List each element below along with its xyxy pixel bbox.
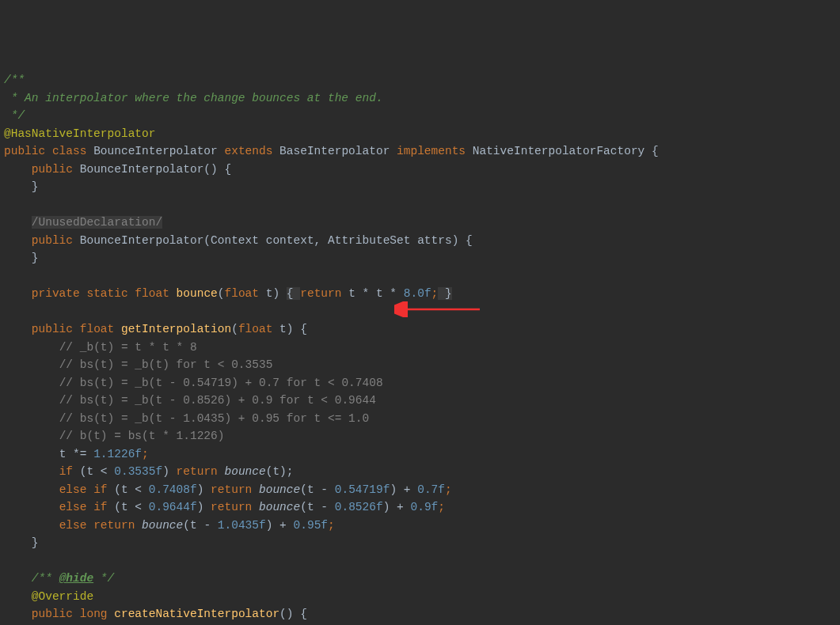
- cond: (t <: [108, 483, 149, 496]
- cond: (t <: [108, 501, 149, 513]
- param: attrs: [417, 234, 452, 247]
- super-class: BaseInterpolator: [279, 145, 390, 157]
- javadoc-line: */: [4, 109, 25, 122]
- semi: ;: [142, 448, 149, 460]
- param: t: [279, 323, 287, 335]
- javadoc-line: */: [93, 572, 114, 585]
- kw: class: [52, 145, 87, 157]
- semi: ;: [431, 287, 439, 300]
- comma: ,: [314, 234, 328, 247]
- method-name: getInterpolation: [121, 323, 231, 335]
- class-name: BounceInterpolator: [93, 145, 218, 157]
- plus: ) +: [266, 519, 294, 532]
- sig: ) {: [287, 323, 307, 335]
- annotation: @Override: [32, 590, 93, 603]
- kw: public: [32, 323, 73, 335]
- method-name: createNativeInterpolator: [114, 608, 279, 620]
- number: 0.8526f: [335, 501, 383, 513]
- kw: extends: [224, 145, 272, 157]
- kw: float: [80, 323, 115, 335]
- kw: else: [59, 483, 87, 496]
- code-fold[interactable]: }: [438, 287, 451, 300]
- call: (t);: [266, 465, 294, 478]
- ctor-sig: BounceInterpolator(Context: [80, 234, 266, 247]
- comment: // bs(t) = _b(t - 0.8526) + 0.9 for t < …: [59, 394, 376, 407]
- code-fold[interactable]: {: [287, 287, 300, 300]
- call: (t -: [300, 501, 335, 513]
- kw: static: [86, 287, 127, 300]
- kw: float: [135, 287, 169, 300]
- kw: float: [225, 287, 260, 300]
- kw: return: [300, 287, 341, 300]
- brace: }: [32, 252, 39, 264]
- number: 0.54719f: [335, 483, 390, 496]
- ctor-sig: BounceInterpolator() {: [80, 163, 231, 176]
- kw: return: [211, 501, 252, 513]
- kw: if: [59, 465, 73, 478]
- comment: // bs(t) = _b(t - 1.0435) + 0.95 for t <…: [59, 412, 370, 425]
- plus: ) +: [383, 501, 411, 513]
- method-call: bounce: [259, 483, 300, 496]
- kw: return: [211, 483, 252, 496]
- sig: (: [231, 323, 238, 335]
- number: 0.9644f: [149, 501, 197, 513]
- sig: ): [272, 287, 286, 300]
- sp: [252, 483, 259, 496]
- number: 1.1226f: [93, 448, 142, 460]
- kw: return: [177, 465, 218, 478]
- ctor-sig: ) {: [452, 234, 473, 247]
- sp: [135, 519, 142, 532]
- method-call: bounce: [259, 501, 300, 513]
- kw: if: [93, 501, 107, 513]
- comment: // _b(t) = t * t * 8: [59, 341, 197, 354]
- ctor-sig: AttributeSet: [328, 234, 417, 247]
- kw: public: [32, 163, 73, 176]
- kw: else: [59, 519, 87, 532]
- call: (t -: [183, 519, 218, 532]
- stmt: t *=: [59, 448, 94, 460]
- method-name: bounce: [177, 287, 218, 300]
- number: 0.3535f: [114, 465, 162, 478]
- cond: (t <: [73, 465, 114, 478]
- kw: public: [4, 145, 45, 157]
- expr: t * t *: [341, 287, 403, 300]
- semi: ;: [328, 519, 335, 532]
- semi: ;: [445, 483, 452, 496]
- method-call: bounce: [225, 465, 266, 478]
- kw: private: [32, 287, 80, 300]
- brace: {: [652, 145, 659, 157]
- kw: else: [59, 501, 87, 513]
- number: 8.0f: [404, 287, 431, 300]
- number: 0.7f: [417, 483, 445, 496]
- number: 0.95f: [294, 519, 329, 532]
- code-editor[interactable]: /** * An interpolator where the change b…: [4, 71, 836, 625]
- sp: [218, 465, 225, 478]
- javadoc-tag: @hide: [59, 572, 94, 585]
- paren: ): [162, 465, 176, 478]
- comment: // b(t) = bs(t * 1.1226): [59, 430, 225, 442]
- paren: ): [197, 501, 211, 513]
- suppress-warning: /UnusedDeclaration/: [32, 216, 162, 229]
- javadoc-line: /**: [4, 74, 25, 86]
- kw: float: [238, 323, 273, 335]
- comment: // bs(t) = _b(t - 0.54719) + 0.7 for t <…: [59, 377, 383, 389]
- brace: }: [32, 536, 39, 549]
- javadoc-line: /**: [32, 572, 59, 585]
- call: (t -: [300, 483, 335, 496]
- method-call: bounce: [142, 519, 183, 532]
- sp: [252, 501, 259, 513]
- annotation: @HasNativeInterpolator: [4, 127, 155, 140]
- kw: implements: [397, 145, 466, 157]
- kw: public: [32, 234, 73, 247]
- interface-name: NativeInterpolatorFactory: [473, 145, 645, 157]
- comment: // bs(t) = _b(t) for t < 0.3535: [59, 358, 273, 371]
- brace: }: [32, 180, 39, 193]
- kw: long: [80, 608, 108, 620]
- kw: return: [93, 519, 135, 532]
- paren: ): [197, 483, 211, 496]
- number: 0.9f: [410, 501, 438, 513]
- number: 0.7408f: [149, 483, 197, 496]
- kw: public: [32, 608, 73, 620]
- sig: () {: [279, 608, 307, 620]
- param: context: [266, 234, 314, 247]
